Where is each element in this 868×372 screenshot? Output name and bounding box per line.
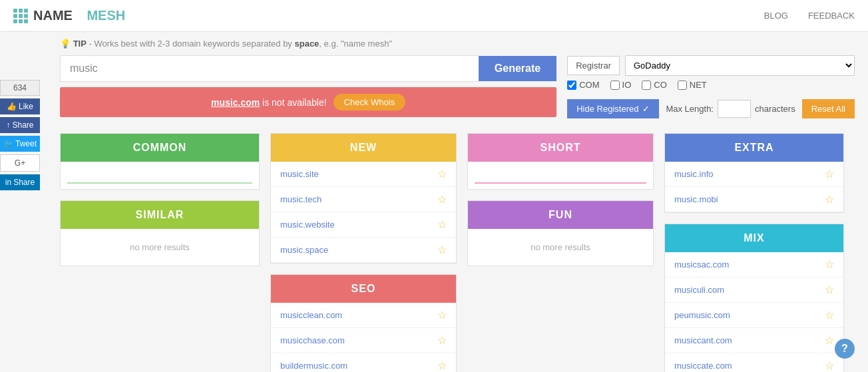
star-icon[interactable]: ☆ [825, 283, 834, 296]
nav-feedback[interactable]: FEEDBACK [808, 11, 855, 21]
space-word: space [294, 39, 319, 49]
social-count: 634 [0, 80, 40, 96]
domain-link[interactable]: music.site [280, 169, 319, 179]
tld-io-checkbox[interactable] [610, 81, 620, 90]
logo: NAME MESH [13, 8, 125, 23]
similar-header: SIMILAR [61, 201, 259, 229]
not-available-message: is not available! [262, 97, 327, 108]
hide-registered-button[interactable]: Hide Registered ✓ [567, 99, 659, 118]
domain-link[interactable]: music.tech [280, 194, 322, 204]
header-nav: BLOG FEEDBACK [764, 11, 855, 21]
list-item[interactable]: musiccate.com ☆ [665, 353, 843, 372]
tld-io[interactable]: IO [610, 80, 632, 90]
new-header: NEW [271, 134, 456, 162]
mix-header: MIX [665, 224, 843, 252]
nav-blog[interactable]: BLOG [764, 11, 788, 21]
gplus-button[interactable]: G+ [0, 154, 40, 172]
extra-header: EXTRA [665, 134, 843, 162]
mix-domain-list: musicsac.com ☆ musiculi.com ☆ peumusic.c… [665, 252, 843, 372]
like-button[interactable]: 👍 Like [0, 98, 40, 114]
star-icon[interactable]: ☆ [437, 168, 447, 180]
generate-button[interactable]: Generate [479, 56, 556, 81]
list-item[interactable]: musicsac.com ☆ [665, 252, 843, 278]
tld-co-checkbox[interactable] [642, 81, 651, 90]
star-icon[interactable]: ☆ [437, 309, 447, 321]
column-4: EXTRA music.info ☆ music.mobi ☆ MIX [664, 133, 844, 372]
options-area: Registrar GoDaddy Namecheap Name.com COM [567, 55, 855, 126]
star-icon[interactable]: ☆ [437, 334, 447, 347]
domain-link[interactable]: musiccate.com [674, 361, 732, 371]
help-button[interactable]: ? [835, 339, 855, 359]
domain-link[interactable]: buildermusic.com [280, 361, 347, 371]
star-icon[interactable]: ☆ [825, 309, 834, 321]
similar-domain-list: no more results [61, 229, 259, 266]
domain-link[interactable]: musicchase.com [280, 335, 345, 345]
max-length-input[interactable] [718, 100, 751, 118]
registrar-select[interactable]: GoDaddy Namecheap Name.com [625, 55, 855, 76]
search-row: Generate [60, 55, 556, 82]
similar-card: SIMILAR no more results [60, 200, 260, 266]
list-item[interactable]: music.tech ☆ [271, 187, 456, 212]
tip-label: TIP [73, 39, 87, 49]
share-icon: ↑ [6, 120, 10, 130]
domain-link[interactable]: musiccant.com [674, 335, 732, 345]
unavailable-domain-link[interactable]: music.com [211, 97, 260, 108]
domain-link[interactable]: musicclean.com [280, 310, 342, 320]
star-icon[interactable]: ☆ [825, 193, 834, 206]
tld-com-checkbox[interactable] [567, 81, 576, 90]
star-icon[interactable]: ☆ [825, 168, 834, 180]
star-icon[interactable]: ☆ [825, 359, 834, 372]
tld-net-checkbox[interactable] [678, 81, 687, 90]
tld-com[interactable]: COM [567, 80, 599, 90]
list-item[interactable]: musicchase.com ☆ [271, 328, 456, 353]
domain-link[interactable]: music.space [280, 245, 328, 255]
action-buttons: Hide Registered ✓ Max Length: characters… [567, 99, 855, 118]
tip-bar: 💡 TIP - Works best with 2-3 domain keywo… [60, 39, 855, 49]
star-icon[interactable]: ☆ [437, 359, 447, 372]
tweet-button[interactable]: 🐦 Tweet [0, 136, 40, 152]
search-input[interactable] [60, 55, 479, 82]
column-2: NEW music.site ☆ music.tech ☆ music.webs… [270, 133, 457, 372]
domain-link[interactable]: music.website [280, 220, 335, 230]
list-item[interactable]: music.mobi ☆ [665, 187, 843, 212]
list-item[interactable]: music.site ☆ [271, 162, 456, 187]
common-filter-input[interactable] [67, 167, 252, 184]
domain-link[interactable]: music.mobi [674, 194, 718, 204]
new-card: NEW music.site ☆ music.tech ☆ music.webs… [270, 133, 457, 264]
list-item[interactable]: musicclean.com ☆ [271, 303, 456, 328]
extra-card: EXTRA music.info ☆ music.mobi ☆ [664, 133, 844, 213]
column-3: SHORT FUN no more results [467, 133, 654, 372]
star-icon[interactable]: ☆ [437, 218, 447, 231]
tld-net[interactable]: NET [678, 80, 707, 90]
domain-link[interactable]: musicsac.com [674, 260, 729, 270]
list-item[interactable]: music.space ☆ [271, 238, 456, 263]
list-item[interactable]: peumusic.com ☆ [665, 303, 843, 328]
domain-link[interactable]: music.info [674, 169, 714, 179]
list-item[interactable]: music.info ☆ [665, 162, 843, 187]
tld-co[interactable]: CO [642, 80, 667, 90]
domain-link[interactable]: peumusic.com [674, 310, 730, 320]
check-whois-button[interactable]: Check Whois [333, 94, 406, 110]
header: NAME MESH BLOG FEEDBACK [0, 0, 868, 32]
main-content: 💡 TIP - Works best with 2-3 domain keywo… [47, 32, 868, 372]
registrar-row: Registrar GoDaddy Namecheap Name.com [567, 55, 855, 76]
twitter-icon: 🐦 [3, 139, 13, 148]
domain-link[interactable]: musiculi.com [674, 285, 724, 295]
star-icon[interactable]: ☆ [437, 193, 447, 206]
list-item[interactable]: buildermusic.com ☆ [271, 353, 456, 372]
share-facebook-button[interactable]: ↑ Share [0, 117, 40, 133]
short-filter-input[interactable] [475, 167, 646, 184]
star-icon[interactable]: ☆ [437, 244, 447, 256]
top-area: Generate music.com is not available! Che… [60, 55, 855, 126]
star-icon[interactable]: ☆ [825, 258, 834, 271]
linkedin-icon: in [5, 178, 11, 187]
star-icon[interactable]: ☆ [825, 334, 834, 347]
list-item[interactable]: musiculi.com ☆ [665, 278, 843, 303]
short-card: SHORT [467, 133, 654, 190]
registrar-label: Registrar [567, 56, 620, 75]
max-length-area: Max Length: characters [666, 100, 795, 118]
share-linkedin-button[interactable]: in Share [0, 174, 40, 190]
list-item[interactable]: musiccant.com ☆ [665, 328, 843, 353]
reset-all-button[interactable]: Reset All [802, 99, 855, 118]
list-item[interactable]: music.website ☆ [271, 212, 456, 238]
